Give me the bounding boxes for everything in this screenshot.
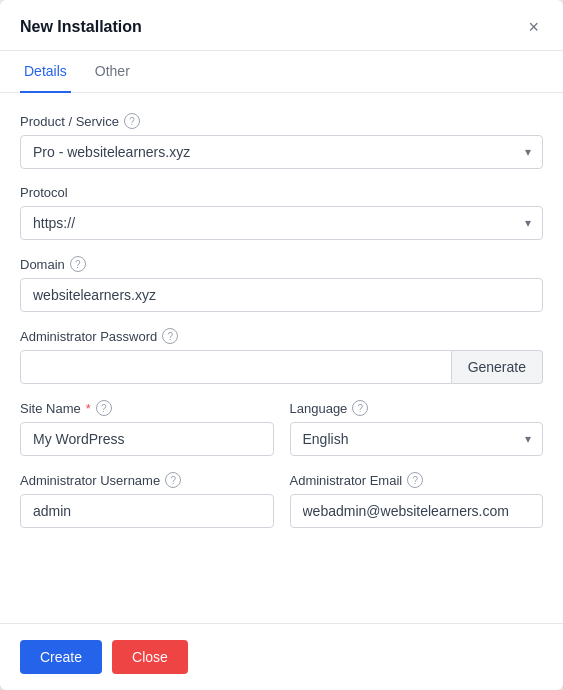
modal-body: Product / Service ? Pro - websitelearner… <box>0 93 563 623</box>
admin-email-input[interactable] <box>290 494 544 528</box>
admin-password-input[interactable] <box>20 350 452 384</box>
language-help-icon[interactable]: ? <box>352 400 368 416</box>
protocol-select[interactable]: https:// http:// <box>20 206 543 240</box>
domain-label: Domain ? <box>20 256 543 272</box>
site-name-help-icon[interactable]: ? <box>96 400 112 416</box>
domain-input[interactable] <box>20 278 543 312</box>
admin-username-help-icon[interactable]: ? <box>165 472 181 488</box>
admin-username-group: Administrator Username ? <box>20 472 274 528</box>
product-service-label: Product / Service ? <box>20 113 543 129</box>
admin-password-help-icon[interactable]: ? <box>162 328 178 344</box>
admin-password-label: Administrator Password ? <box>20 328 543 344</box>
domain-help-icon[interactable]: ? <box>70 256 86 272</box>
language-select-wrapper: English French Spanish German ▾ <box>290 422 544 456</box>
admin-password-input-group: Generate <box>20 350 543 384</box>
admin-password-group: Administrator Password ? Generate <box>20 328 543 384</box>
language-select[interactable]: English French Spanish German <box>290 422 544 456</box>
site-name-label: Site Name * ? <box>20 400 274 416</box>
site-name-input[interactable] <box>20 422 274 456</box>
protocol-label: Protocol <box>20 185 543 200</box>
language-label: Language ? <box>290 400 544 416</box>
modal-close-button[interactable]: × <box>524 16 543 38</box>
admin-username-input[interactable] <box>20 494 274 528</box>
protocol-group: Protocol https:// http:// ▾ <box>20 185 543 240</box>
product-service-help-icon[interactable]: ? <box>124 113 140 129</box>
new-installation-modal: New Installation × Details Other Product… <box>0 0 563 690</box>
admin-username-label: Administrator Username ? <box>20 472 274 488</box>
site-language-row: Site Name * ? Language ? English French … <box>20 400 543 472</box>
modal-header: New Installation × <box>0 0 563 51</box>
modal-title: New Installation <box>20 18 142 36</box>
modal-footer: Create Close <box>0 623 563 690</box>
admin-email-help-icon[interactable]: ? <box>407 472 423 488</box>
tab-details[interactable]: Details <box>20 51 71 93</box>
site-name-group: Site Name * ? <box>20 400 274 456</box>
tabs-container: Details Other <box>0 51 563 93</box>
close-button[interactable]: Close <box>112 640 188 674</box>
generate-password-button[interactable]: Generate <box>452 350 543 384</box>
product-service-select[interactable]: Pro - websitelearners.xyz <box>20 135 543 169</box>
admin-email-label: Administrator Email ? <box>290 472 544 488</box>
site-name-required-star: * <box>86 401 91 416</box>
product-service-select-wrapper: Pro - websitelearners.xyz ▾ <box>20 135 543 169</box>
username-email-row: Administrator Username ? Administrator E… <box>20 472 543 544</box>
protocol-select-wrapper: https:// http:// ▾ <box>20 206 543 240</box>
domain-group: Domain ? <box>20 256 543 312</box>
language-group: Language ? English French Spanish German… <box>290 400 544 456</box>
create-button[interactable]: Create <box>20 640 102 674</box>
product-service-group: Product / Service ? Pro - websitelearner… <box>20 113 543 169</box>
tab-other[interactable]: Other <box>91 51 134 93</box>
admin-email-group: Administrator Email ? <box>290 472 544 528</box>
